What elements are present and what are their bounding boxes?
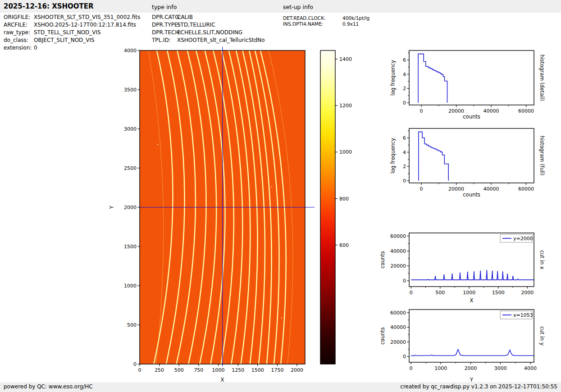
histogram-full-panel: 02000040000600000246countslog frequencyh… (390, 128, 545, 198)
svg-text:1500: 1500 (251, 367, 264, 373)
info-value: ECHELLE,SLIT,NODDING (177, 29, 242, 36)
legend-label: y=2000 (513, 236, 533, 242)
legend-box: x=1053 (500, 311, 533, 319)
colorbar-tick-label: 1400 (339, 56, 352, 62)
header-bar: 2025-12-16: XSHOOTER type info set-up in… (0, 0, 561, 13)
qc-report-page: 2025-12-16: XSHOOTER type info set-up in… (0, 0, 561, 392)
svg-text:20000: 20000 (390, 263, 406, 269)
svg-text:2000: 2000 (465, 365, 477, 371)
info-label: raw_type: (4, 29, 34, 36)
svg-text:60000: 60000 (518, 108, 534, 114)
svg-text:3000: 3000 (124, 126, 137, 132)
svg-text:6: 6 (403, 57, 406, 63)
info-label: DPR.CATG: (152, 14, 177, 20)
legend-label: x=1053 (513, 312, 533, 318)
svg-text:0: 0 (410, 290, 413, 296)
info-row: INS.OPTI4.NAME:0.9x11 (283, 21, 369, 27)
svg-text:2: 2 (403, 86, 406, 91)
footer-powered-by: powered by QC: www.eso.org/HC (4, 383, 93, 390)
svg-text:2000: 2000 (291, 367, 303, 373)
info-label: extension: (4, 45, 34, 51)
right-side-label: cut in x (539, 250, 545, 269)
info-label: DPR.TYPE: (152, 22, 177, 28)
info-label: DET.READ.CLOCK: (283, 15, 342, 21)
svg-text:0: 0 (138, 367, 141, 373)
colorbar-tick-label: 1000 (339, 149, 352, 155)
svg-text:60000: 60000 (518, 186, 534, 192)
svg-text:750: 750 (194, 367, 203, 373)
svg-text:0: 0 (420, 186, 423, 192)
info-label: do_class: (4, 37, 34, 43)
svg-text:4: 4 (403, 150, 406, 155)
svg-text:2000: 2000 (521, 290, 534, 296)
legend-box: y=2000 (500, 234, 533, 242)
info-value: CALIB (177, 14, 193, 20)
svg-text:4000: 4000 (524, 365, 537, 371)
svg-text:40000: 40000 (390, 324, 406, 330)
y-axis-label: log frequency (390, 60, 396, 96)
svg-text:500: 500 (127, 322, 137, 328)
histogram-detail-panel: 02000040000600000246countslog frequencyh… (390, 50, 545, 120)
cut-in-x-panel: 05001000150020000200004000060000Xcountsc… (379, 233, 545, 304)
info-label: INS.OPTI4.NAME: (283, 21, 342, 27)
page-title: 2025-12-16: XSHOOTER (4, 2, 94, 10)
svg-text:60000: 60000 (390, 233, 406, 239)
setup-info-heading: set-up info (283, 4, 313, 10)
svg-text:1000: 1000 (434, 365, 447, 371)
svg-text:2: 2 (403, 164, 406, 169)
info-row: DPR.CATG:CALIB (152, 14, 265, 22)
file-info-list: ORIGFILE:XSHOOTER_SLT_STD_VIS_351_0002.f… (4, 14, 140, 52)
svg-text:1250: 1250 (232, 367, 244, 373)
svg-text:0: 0 (403, 178, 406, 184)
info-row: TPL.ID:XSHOOTER_slt_cal_TelluricStdNo (152, 37, 265, 45)
info-value: 0.9x11 (342, 21, 359, 27)
svg-text:20000: 20000 (448, 186, 464, 192)
svg-text:60000: 60000 (390, 310, 406, 316)
info-row: ARCFILE:XSHOO.2025-12-17T00:12:17.814.fi… (4, 22, 140, 29)
svg-text:500: 500 (435, 290, 445, 296)
type-info-heading: type info (152, 4, 177, 10)
svg-text:40000: 40000 (483, 108, 499, 114)
svg-text:0: 0 (409, 365, 412, 371)
cut-in-y-panel: 010002000300040000200004000060000Ycounts… (379, 310, 545, 383)
colorbar-tick-label: 1200 (339, 103, 352, 109)
info-label: TPL.ID: (152, 37, 177, 43)
svg-text:1500: 1500 (492, 290, 505, 296)
svg-text:1500: 1500 (124, 244, 137, 250)
info-row: raw_type:STD_TELL_SLIT_NOD_VIS (4, 29, 140, 37)
svg-text:0: 0 (133, 361, 137, 367)
svg-text:4: 4 (403, 72, 406, 77)
svg-text:500: 500 (174, 367, 184, 373)
svg-text:3500: 3500 (124, 87, 137, 93)
x-axis-label: X (470, 297, 474, 304)
svg-text:0: 0 (420, 108, 423, 114)
svg-text:0: 0 (403, 278, 406, 284)
y-axis-label: counts (379, 327, 386, 344)
info-value: XSHOOTER_SLT_STD_VIS_351_0002.fits (34, 14, 140, 20)
info-value: 0 (34, 45, 37, 51)
right-side-label: histogram (detail) (539, 55, 545, 101)
info-value: XSHOO.2025-12-17T00:12:17.814.fits (34, 22, 136, 28)
svg-text:1000: 1000 (463, 290, 475, 296)
info-label: DPR.TECH: (152, 29, 177, 36)
right-side-label: cut in y (539, 326, 545, 346)
figure-canvas: 0250500750100012501500175020000500100015… (0, 0, 561, 392)
svg-text:0: 0 (403, 100, 406, 106)
svg-text:1000: 1000 (124, 283, 137, 289)
svg-text:2500: 2500 (124, 165, 137, 171)
info-row: DPR.TYPE:STD,TELLURIC (152, 22, 265, 29)
x-axis-label: counts (463, 114, 480, 120)
info-label: ORIGFILE: (4, 14, 34, 20)
info-row: ORIGFILE:XSHOOTER_SLT_STD_VIS_351_0002.f… (4, 14, 140, 22)
info-row: extension:0 (4, 45, 140, 52)
svg-text:40000: 40000 (483, 186, 499, 192)
info-value: STD,TELLURIC (177, 22, 215, 28)
colorbar-panel: 140012001000800600 (320, 50, 352, 364)
info-value: 400k/1pt/lg (342, 15, 369, 21)
svg-text:1000: 1000 (212, 367, 225, 373)
y-axis-label: counts (379, 251, 386, 268)
setup-info-list: DET.READ.CLOCK:400k/1pt/lgINS.OPTI4.NAME… (283, 15, 369, 27)
footer-created-by: created by qc_rawdisp.py v1.2.3 on 2025-… (400, 383, 557, 390)
svg-text:20000: 20000 (390, 339, 406, 345)
info-row: do_class:OBJECT_SLIT_NOD_VIS (4, 37, 140, 45)
